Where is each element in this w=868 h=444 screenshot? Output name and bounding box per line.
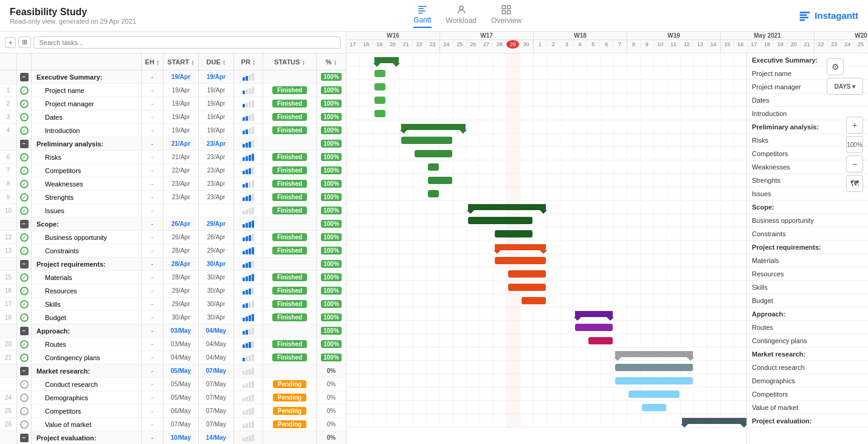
gantt-bar[interactable] — [374, 70, 385, 77]
gantt-bar[interactable] — [401, 137, 452, 144]
task-row[interactable]: 9✓Strenghts-23/Apr23/AprFinished100% — [0, 191, 346, 204]
col-pr-header[interactable]: PR ↕ — [234, 53, 263, 70]
gantt-bar[interactable] — [415, 150, 452, 157]
gantt-bar[interactable] — [495, 230, 532, 237]
gantt-bar[interactable] — [374, 97, 385, 104]
grid-view-button[interactable]: ⊞ — [18, 36, 31, 48]
col-start-header[interactable]: START ↕ — [164, 53, 199, 70]
task-row[interactable]: −Market research:-05/May07/May0% — [0, 364, 346, 378]
zoom-in-button[interactable]: + — [846, 117, 863, 134]
gantt-bar[interactable] — [495, 244, 546, 250]
task-row[interactable]: −Executive Summary:-19/Apr19/Apr100% — [0, 70, 346, 84]
task-eh: - — [142, 258, 164, 270]
task-row[interactable]: 20✓Routes-03/May04/MayFinished100% — [0, 338, 346, 351]
task-row[interactable]: ○Conduct research-05/May07/MayPending0% — [0, 378, 346, 391]
task-row[interactable]: 2✓Project manager-19/Apr19/AprFinished10… — [0, 97, 346, 111]
gantt-day: 26 — [467, 40, 480, 49]
tab-gantt[interactable]: Gantt — [413, 4, 431, 28]
task-percent: 100% — [317, 84, 346, 97]
gantt-bar[interactable] — [468, 204, 546, 210]
col-status-header[interactable]: STATUS ↕ — [263, 53, 317, 70]
svg-rect-2 — [418, 10, 425, 12]
task-percent: 100% — [317, 191, 346, 203]
task-row[interactable]: 24○Demographics-05/May07/MayPending0% — [0, 391, 346, 405]
task-row[interactable]: 7✓Competitors-22/Apr23/AprFinished100% — [0, 164, 346, 177]
task-row[interactable]: 26○Value of market-07/May07/MayPending0% — [0, 418, 346, 431]
gantt-day: 4 — [574, 40, 587, 49]
task-eh: - — [142, 111, 164, 123]
gantt-bar[interactable] — [374, 83, 385, 91]
gantt-bar[interactable] — [682, 418, 746, 424]
task-row[interactable]: 10✓Issues-Finished100% — [0, 204, 346, 217]
col-eh-header[interactable]: EH ↕ — [142, 53, 164, 70]
task-icon: − — [17, 364, 32, 377]
task-row[interactable]: 4✓Introduction-19/Apr19/AprFinished100% — [0, 124, 346, 137]
gantt-bar[interactable] — [428, 177, 452, 184]
task-row[interactable]: 15✓Materials-28/Apr30/AprFinished100% — [0, 271, 346, 284]
task-name: Skills — [32, 298, 142, 310]
gantt-bar[interactable] — [615, 351, 693, 357]
gantt-bar[interactable] — [615, 364, 693, 371]
task-row[interactable]: 18✓Budget-30/Apr30/AprFinished100% — [0, 311, 346, 324]
gantt-label: Project requirements: — [747, 241, 868, 254]
task-eh: - — [142, 217, 164, 230]
col-icon-header — [17, 53, 32, 70]
search-input[interactable] — [33, 36, 341, 49]
tab-overview[interactable]: Overview — [491, 4, 522, 27]
gantt-bar[interactable] — [428, 163, 439, 171]
gantt-bar[interactable] — [588, 337, 613, 344]
task-row[interactable]: 13✓Constraints-28/Apr29/AprFinished100% — [0, 244, 346, 258]
gantt-bar[interactable] — [629, 391, 680, 398]
task-num — [0, 431, 17, 444]
task-due: 23/Apr — [199, 137, 234, 150]
task-priority — [234, 418, 263, 431]
days-button[interactable]: DAYS ▾ — [827, 78, 863, 95]
task-row[interactable]: 3✓Dates-19/Apr19/AprFinished100% — [0, 111, 346, 124]
task-row[interactable]: 21✓Contingency plans-04/May04/MayFinishe… — [0, 351, 346, 364]
task-status: Finished — [263, 124, 317, 137]
task-row[interactable]: 25○Competitors-06/May07/MayPending0% — [0, 405, 346, 418]
zoom-pct-button[interactable]: 100% — [846, 136, 863, 153]
svg-rect-12 — [800, 19, 805, 21]
task-row[interactable]: −Approach:-03/May04/May100% — [0, 324, 346, 338]
gantt-bar[interactable] — [615, 377, 693, 384]
gantt-bar[interactable] — [428, 190, 439, 197]
gantt-bar[interactable] — [575, 324, 613, 331]
task-row[interactable]: −Project requirements:-28/Apr30/Apr100% — [0, 258, 346, 271]
gantt-bar[interactable] — [508, 284, 546, 291]
task-icon: ✓ — [17, 298, 32, 310]
task-row[interactable]: 8✓Weaknesses-23/Apr23/AprFinished100% — [0, 177, 346, 191]
task-due: 07/May — [199, 418, 234, 431]
task-icon: ✓ — [17, 311, 32, 324]
settings-button[interactable]: ⚙ — [827, 58, 844, 75]
task-row[interactable]: 17✓Skills-29/Apr30/AprFinished100% — [0, 298, 346, 311]
tab-workload[interactable]: Workload — [446, 4, 477, 27]
add-task-button[interactable]: + — [5, 37, 16, 48]
gantt-day: 19 — [774, 40, 787, 49]
col-pct-header[interactable]: % ↕ — [317, 53, 346, 70]
task-num — [0, 378, 17, 391]
task-row[interactable]: −Preliminary analysis:-21/Apr23/Apr100% — [0, 137, 346, 151]
task-start: 05/May — [164, 364, 199, 377]
gantt-bar[interactable] — [642, 404, 666, 411]
task-row[interactable]: −Scope:-26/Apr29/Apr100% — [0, 217, 346, 231]
gantt-bar[interactable] — [575, 311, 613, 317]
task-row[interactable]: 12✓Business opportunity-26/Apr28/AprFini… — [0, 231, 346, 244]
gantt-bar[interactable] — [522, 297, 546, 304]
task-row[interactable]: 16✓Resources-29/Apr30/AprFinished100% — [0, 284, 346, 298]
map-button[interactable]: 🗺 — [846, 175, 863, 192]
gantt-bar[interactable] — [495, 257, 546, 264]
col-due-header[interactable]: DUE ↕ — [199, 53, 234, 70]
task-percent: 100% — [317, 217, 346, 230]
zoom-out-button[interactable]: − — [846, 155, 863, 172]
gantt-bar[interactable] — [374, 57, 399, 63]
task-row[interactable]: −Project evaluation:-10/May14/May0% — [0, 431, 346, 444]
task-row[interactable]: 1✓Project name-19/Apr19/AprFinished100% — [0, 84, 346, 97]
gantt-bar[interactable] — [468, 217, 532, 224]
task-percent: 0% — [317, 431, 346, 444]
task-name: Constraints — [32, 244, 142, 257]
task-row[interactable]: 6✓Risks-21/Apr23/AprFinished100% — [0, 151, 346, 164]
gantt-bar[interactable] — [508, 270, 546, 278]
gantt-bar[interactable] — [374, 110, 385, 117]
gantt-bar[interactable] — [401, 124, 466, 130]
